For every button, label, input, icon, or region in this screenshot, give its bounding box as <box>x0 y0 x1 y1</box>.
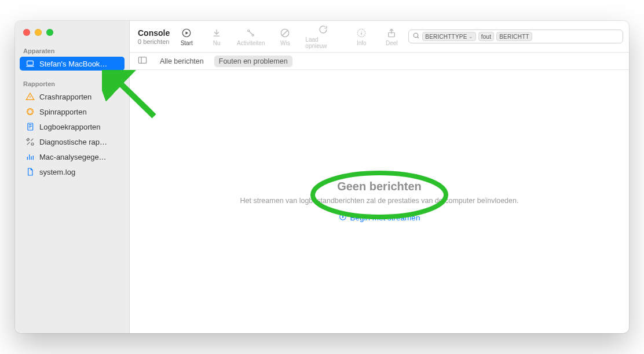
content-area: Geen berichten Het streamen van logbesta… <box>130 70 629 333</box>
info-icon <box>356 27 367 39</box>
reload-icon <box>318 24 328 35</box>
search-icon <box>412 32 420 41</box>
laptop-icon <box>25 59 35 68</box>
window-title: Console <box>138 28 170 38</box>
toolbar-label: Wis <box>280 40 290 46</box>
sidebar-item-label: Spinrapporten <box>39 108 87 116</box>
clear-button[interactable]: Wis <box>272 26 298 47</box>
activities-button[interactable]: Activiteiten <box>233 26 268 47</box>
sidebar-item-label: Crashrapporten <box>39 93 92 101</box>
sidebar-item-label: Logboekrapporten <box>39 123 101 131</box>
start-button[interactable]: Start <box>173 26 200 47</box>
minimize-window-button[interactable] <box>35 29 42 36</box>
search-token-kind[interactable]: BERICHTTYPE ⌄ <box>422 32 475 41</box>
play-circle-icon <box>181 27 192 39</box>
search-token-value[interactable]: fout <box>478 32 494 41</box>
sidebar-item-crash-reports[interactable]: Crashrapporten <box>20 90 125 104</box>
sidebar-toggle-button[interactable] <box>136 55 149 67</box>
start-streaming-label: Begin met streamen <box>350 213 420 222</box>
sidebar-item-spin-reports[interactable]: Spinrapporten <box>20 105 125 119</box>
sidebar-section-reports: Rapporten <box>15 77 129 89</box>
sidebar-item-label: Diagnostische rap… <box>39 138 107 146</box>
sidebar-section-devices: Apparaten <box>15 44 129 56</box>
sidebar-item-log-reports[interactable]: Logboekrapporten <box>20 120 125 134</box>
console-window: Apparaten Stefan's MacBook… Rapporten Cr… <box>15 21 629 333</box>
svg-point-3 <box>31 143 34 145</box>
svg-rect-2 <box>28 123 33 130</box>
start-streaming-link[interactable]: Begin met streamen <box>339 213 420 223</box>
filter-errors-and-faults[interactable]: Fouten en problemen <box>214 56 292 67</box>
window-controls <box>15 24 129 44</box>
svg-rect-0 <box>27 61 34 65</box>
sidebar-device-label: Stefan's MacBook… <box>39 60 107 68</box>
sidebar: Apparaten Stefan's MacBook… Rapporten Cr… <box>15 21 130 333</box>
document-icon <box>25 167 35 176</box>
toolbar-label: Laad opnieuw <box>305 36 341 49</box>
toolbar-label: Nu <box>213 40 221 46</box>
chevron-down-icon: ⌄ <box>469 34 473 39</box>
activity-icon <box>246 27 256 39</box>
svg-rect-12 <box>138 57 146 64</box>
close-window-button[interactable] <box>23 29 30 36</box>
main-area: Console 0 berichten Start Nu Activitei <box>130 21 629 333</box>
now-button[interactable]: Nu <box>203 26 230 47</box>
play-circle-icon <box>339 213 347 223</box>
empty-title: Geen berichten <box>240 180 519 193</box>
warning-triangle-icon <box>25 92 35 101</box>
sidebar-item-label: system.log <box>39 168 75 176</box>
search-field[interactable]: BERICHTTYPE ⌄ fout BERICHTT <box>408 30 623 43</box>
share-button[interactable]: Deel <box>378 26 405 47</box>
reload-button[interactable]: Laad opnieuw <box>302 23 345 50</box>
bar-chart-icon <box>25 152 35 161</box>
toolbar-label: Start <box>181 40 193 46</box>
notebook-icon <box>25 122 35 131</box>
clear-circle-icon <box>280 27 290 39</box>
search-input[interactable] <box>535 32 620 40</box>
svg-point-6 <box>253 34 254 36</box>
tools-icon <box>25 137 35 146</box>
down-to-line-icon <box>211 27 222 39</box>
title-block: Console 0 berichten <box>136 28 170 45</box>
zoom-window-button[interactable] <box>46 29 53 36</box>
search-token-trailing[interactable]: BERICHTT <box>496 32 532 41</box>
toolbar-label: Info <box>357 40 367 46</box>
info-button[interactable]: Info <box>348 26 375 47</box>
sidebar-item-system-log[interactable]: system.log <box>20 165 125 179</box>
empty-message: Het streamen van logbestandberichten zal… <box>240 197 519 205</box>
empty-state: Geen berichten Het streamen van logbesta… <box>240 180 519 223</box>
window-subtitle: 0 berichten <box>138 38 170 45</box>
svg-point-5 <box>248 30 250 31</box>
toolbar: Console 0 berichten Start Nu Activitei <box>130 21 629 53</box>
sidebar-item-label: Mac-analysegege… <box>39 153 107 161</box>
sidebar-item-diagnostic-reports[interactable]: Diagnostische rap… <box>20 135 125 149</box>
filter-all-messages[interactable]: Alle berichten <box>155 56 208 67</box>
toolbar-label: Deel <box>386 40 398 46</box>
spinner-icon <box>25 107 35 116</box>
filter-bar: Alle berichten Fouten en problemen <box>130 53 629 70</box>
svg-point-9 <box>361 31 362 31</box>
svg-point-11 <box>414 33 418 38</box>
sidebar-item-mac-analytics[interactable]: Mac-analysegege… <box>20 150 125 164</box>
toolbar-label: Activiteiten <box>237 40 265 46</box>
sidebar-device-item[interactable]: Stefan's MacBook… <box>20 57 125 71</box>
share-icon <box>386 27 397 39</box>
